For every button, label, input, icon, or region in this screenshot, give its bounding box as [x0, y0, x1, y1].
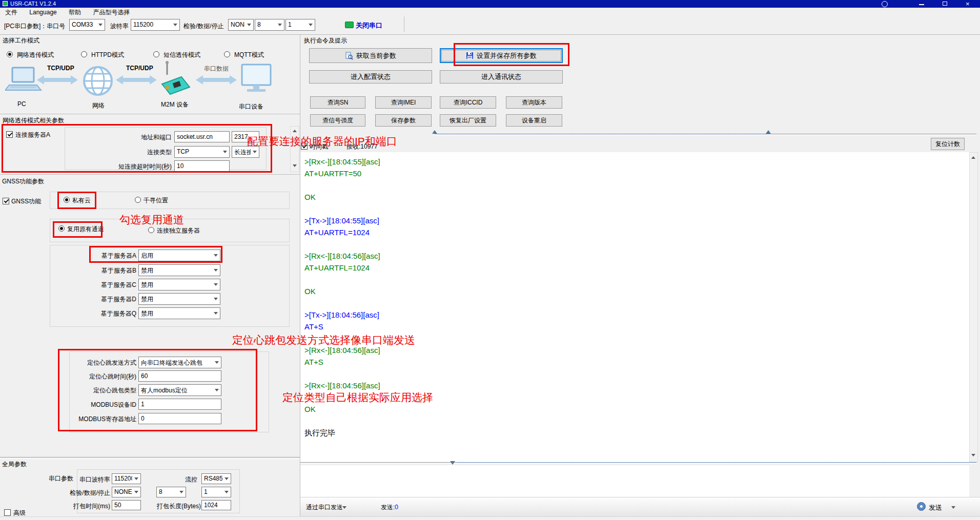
server-q-enable-select[interactable]: 禁用	[138, 307, 220, 319]
chevron-down-icon[interactable]	[951, 506, 955, 509]
scroll-up-icon[interactable]	[971, 156, 975, 159]
flow-select[interactable]: RS485	[201, 473, 231, 484]
maximize-icon[interactable]	[943, 2, 947, 6]
pc-laptop-icon	[5, 68, 41, 90]
enter-config-button[interactable]: 进入配置状态	[309, 70, 432, 84]
databits-select[interactable]: 8	[255, 19, 284, 31]
minimize-icon[interactable]	[919, 4, 924, 5]
annotation-heartbeat: 定位心跳包发送方式选择像串口端发送	[232, 333, 415, 347]
server-a-checkbox[interactable]	[6, 131, 13, 138]
radio-independent-server[interactable]	[148, 227, 154, 233]
radio-sms-transparent[interactable]	[153, 51, 159, 57]
query-version-button[interactable]: 查询版本	[506, 96, 562, 109]
modbus-id-input[interactable]: 1	[138, 399, 221, 410]
pack-time-label: 打包时间(ms)	[49, 502, 110, 511]
server-b-enable-select[interactable]: 禁用	[138, 264, 220, 276]
gnss-enable-checkbox[interactable]	[3, 198, 9, 204]
chevron-down-icon	[276, 20, 283, 30]
log-area[interactable]: >[Rx<-][18:04:55][asc]AT+UARTFT=50 OK >[…	[300, 152, 969, 462]
radio-reuse-channel[interactable]	[58, 225, 65, 232]
title-bar[interactable]: USR-CAT1 V1.2.4 ×	[0, 0, 980, 8]
splitter-thumb-icon[interactable]	[766, 130, 771, 134]
query-sn-button[interactable]: 查询SN	[310, 96, 365, 109]
radio-sms-transparent-label: 短信透传模式	[164, 51, 200, 59]
short-timeout-input[interactable]: 10	[174, 160, 230, 172]
radio-httpd[interactable]	[81, 51, 87, 57]
section-divider	[0, 457, 300, 459]
hb-mode-select[interactable]: 向串口终端发送心跳包	[138, 357, 221, 368]
app-icon	[3, 1, 8, 6]
menu-model-select[interactable]: 产品型号选择	[88, 8, 135, 17]
global-params-header: 全局参数	[2, 460, 27, 469]
toolbar-separator	[404, 16, 404, 32]
enter-comm-button[interactable]: 进入通讯状态	[440, 70, 563, 84]
factory-reset-button[interactable]: 恢复出厂设置	[440, 114, 496, 127]
chevron-down-icon	[212, 308, 219, 318]
menu-file[interactable]: 文件	[0, 8, 23, 17]
send-button[interactable]: 发送	[929, 503, 942, 512]
parity-select[interactable]: NONI	[228, 19, 254, 31]
server-a-enable-select[interactable]: 启用	[138, 249, 220, 261]
menu-bar: 文件 Language 帮助 产品型号选择	[0, 8, 980, 16]
net-params-header: 网络透传模式相关参数	[3, 116, 64, 125]
log-scrollbar[interactable]	[969, 152, 978, 462]
chevron-down-icon[interactable]	[342, 506, 346, 509]
close-serial-button[interactable]: 关闭串口	[356, 21, 382, 30]
send-via-serial-dropdown[interactable]: 通过串口发送	[306, 503, 343, 512]
query-imei-button[interactable]: 查询IMEI	[375, 96, 432, 109]
stopbits-select[interactable]: 1	[285, 19, 315, 31]
g-parity-select[interactable]: NONE	[112, 487, 141, 497]
chevron-down-icon	[132, 474, 140, 483]
device-reboot-button[interactable]: 设备重启	[506, 114, 562, 127]
hb-time-input[interactable]: 60	[138, 370, 221, 382]
radio-net-transparent[interactable]	[7, 51, 13, 57]
send-input[interactable]	[300, 465, 969, 497]
pack-len-input[interactable]: 1024	[201, 500, 231, 510]
scroll-up-icon[interactable]	[293, 130, 297, 132]
g-stopbits-select[interactable]: 1	[201, 487, 231, 497]
left-mini-scrollbar[interactable]	[290, 126, 299, 172]
send-icon[interactable]	[917, 502, 926, 511]
conn-type-select[interactable]: TCP	[174, 146, 230, 158]
g-databits-select[interactable]: 8	[156, 487, 186, 497]
pack-time-input[interactable]: 50	[112, 500, 141, 510]
log-line	[300, 179, 969, 191]
conn-type-label: 连接类型	[77, 148, 172, 157]
reset-count-button[interactable]: 复位计数	[931, 138, 965, 150]
g-baud-select[interactable]: 115200	[112, 473, 141, 484]
radio-mqtt[interactable]	[224, 51, 230, 57]
get-params-button[interactable]: 获取当前参数	[309, 48, 432, 63]
hb-type-select[interactable]: 有人modbus定位	[138, 384, 221, 396]
server-d-enable-select[interactable]: 禁用	[138, 293, 220, 305]
modbus-reg-input[interactable]: 0	[138, 413, 221, 424]
save-icon	[466, 52, 474, 59]
query-signal-button[interactable]: 查信号强度	[310, 114, 365, 127]
com-port-select[interactable]: COM33	[69, 19, 105, 31]
log-line: >[Tx->][18:04:55][asc]	[300, 215, 969, 226]
radio-qianxun[interactable]	[135, 197, 141, 203]
radio-mqtt-label: MQTT模式	[234, 51, 264, 59]
hb-time-label: 定位心跳时间(秒)	[51, 372, 136, 381]
scroll-down-icon[interactable]	[971, 454, 975, 456]
splitter-thumb-icon[interactable]	[432, 130, 437, 134]
server-c-enable-select[interactable]: 禁用	[138, 279, 220, 290]
close-icon[interactable]: ×	[966, 0, 970, 8]
save-params-button[interactable]: 保存参数	[375, 114, 432, 127]
radio-qianxun-label: 千寻位置	[144, 196, 168, 205]
menu-help[interactable]: 帮助	[64, 8, 86, 17]
scroll-down-icon[interactable]	[293, 164, 297, 167]
title-circle-icon[interactable]	[882, 1, 888, 7]
log-line: OK	[300, 285, 969, 297]
server-addr-input[interactable]: socket.usr.cn	[174, 131, 230, 142]
log-line: 执行完毕	[300, 427, 969, 439]
baud-select[interactable]: 115200	[131, 19, 180, 31]
splitter-thumb-icon[interactable]	[450, 461, 455, 465]
query-iccid-button[interactable]: 查询ICCID	[440, 96, 496, 109]
app-window: USR-CAT1 V1.2.4 × 文件 Language 帮助 产品型号选择 …	[0, 0, 980, 520]
set-save-params-button[interactable]: 设置并保存所有参数	[440, 48, 563, 63]
radio-private-cloud[interactable]	[64, 197, 70, 203]
annotation-server-ip: 配置要连接的服务器的IP和端口	[247, 134, 397, 149]
menu-language[interactable]: Language	[24, 8, 62, 16]
advanced-checkbox[interactable]	[4, 509, 11, 516]
chevron-down-icon	[177, 488, 185, 496]
